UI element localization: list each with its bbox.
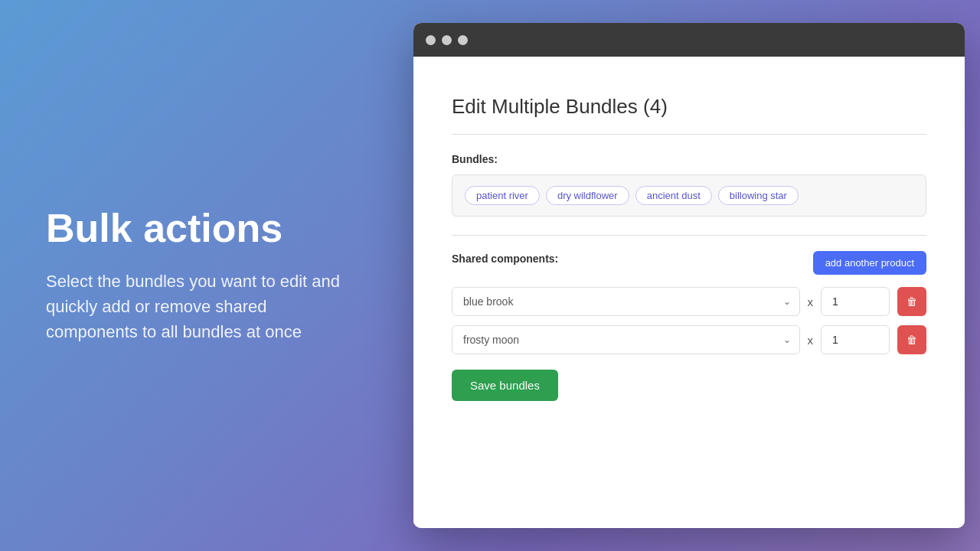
quantity-wrapper-1 [821, 287, 890, 316]
quantity-wrapper-2 [821, 325, 890, 354]
x-label-2: x [808, 334, 814, 347]
delete-button-1[interactable]: 🗑 [897, 287, 926, 316]
quantity-input-2[interactable] [821, 325, 890, 354]
trash-icon-1: 🗑 [906, 295, 917, 308]
browser-content: Edit Multiple Bundles (4) Bundles: patie… [413, 57, 965, 528]
bundles-label: Bundles: [452, 153, 926, 165]
browser-titlebar [413, 23, 965, 57]
browser-window: Edit Multiple Bundles (4) Bundles: patie… [413, 23, 965, 528]
add-another-product-button[interactable]: add another product [813, 251, 926, 275]
title-divider [452, 134, 926, 135]
product-select-wrapper-2: blue brook frosty moon ⌄ [452, 325, 800, 354]
bundle-tag-billowing-star: billowing star [718, 186, 799, 205]
product-row-1: blue brook frosty moon ⌄ x 🗑 [452, 287, 926, 316]
close-button[interactable] [426, 35, 436, 45]
bundle-tag-patient-river: patient river [465, 186, 540, 205]
page-title: Edit Multiple Bundles (4) [452, 95, 926, 119]
save-bundles-button[interactable]: Save bundles [452, 370, 558, 401]
delete-button-2[interactable]: 🗑 [897, 325, 926, 354]
bundle-tag-dry-wildflower: dry wildflower [546, 186, 629, 205]
product-row-2: blue brook frosty moon ⌄ x 🗑 [452, 325, 926, 354]
main-headline: Bulk actions [46, 207, 360, 250]
shared-components-label: Shared components: [452, 253, 558, 265]
x-label-1: x [808, 295, 814, 308]
bundles-divider [452, 235, 926, 236]
trash-icon-2: 🗑 [906, 334, 917, 346]
shared-components-header: Shared components: add another product [452, 251, 926, 275]
bundles-container: patient river dry wildflower ancient dus… [452, 174, 926, 217]
quantity-input-1[interactable] [821, 287, 890, 316]
bundle-tag-ancient-dust: ancient dust [635, 186, 712, 205]
product-select-2[interactable]: blue brook frosty moon [452, 325, 800, 354]
maximize-button[interactable] [458, 35, 468, 45]
product-select-1[interactable]: blue brook frosty moon [452, 287, 800, 316]
minimize-button[interactable] [442, 35, 452, 45]
main-description: Select the bundles you want to edit and … [46, 269, 360, 344]
product-select-wrapper-1: blue brook frosty moon ⌄ [452, 287, 800, 316]
right-panel: Edit Multiple Bundles (4) Bundles: patie… [406, 0, 980, 551]
traffic-lights [426, 35, 468, 45]
left-panel: Bulk actions Select the bundles you want… [0, 0, 406, 551]
